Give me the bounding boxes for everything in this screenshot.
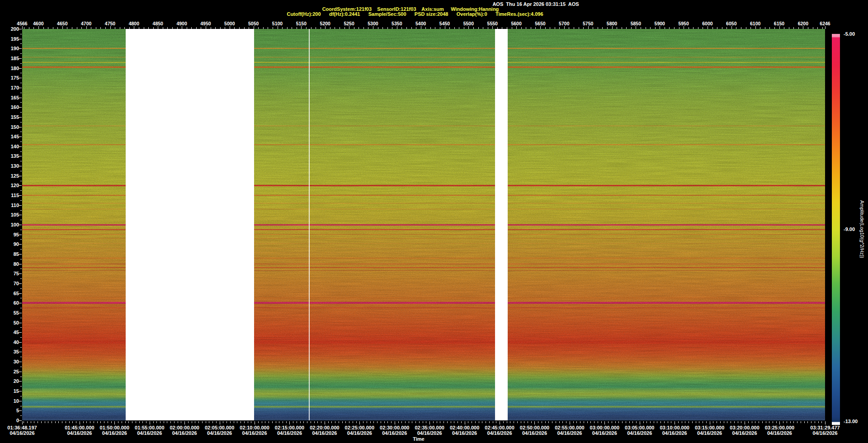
axis-minor-tick bbox=[415, 421, 416, 423]
axis-minor-tick bbox=[443, 421, 444, 423]
axis-minor-tick bbox=[741, 421, 741, 423]
axis-minor-tick bbox=[114, 421, 115, 423]
axis-tick bbox=[19, 254, 22, 254]
axis-minor-tick bbox=[20, 161, 22, 161]
axis-minor-tick bbox=[559, 421, 560, 423]
frequency-axis-tick-label: 60 bbox=[4, 300, 19, 306]
frequency-axis-tick-label: 75 bbox=[4, 271, 19, 276]
axis-tick bbox=[19, 283, 22, 284]
axis-minor-tick bbox=[787, 421, 787, 423]
axis-minor-tick bbox=[20, 406, 22, 406]
record-axis-tick-label: 5950 bbox=[678, 21, 689, 26]
axis-minor-tick bbox=[381, 421, 381, 423]
axis-minor-tick bbox=[328, 421, 329, 423]
date-label: 04/16/2026 bbox=[662, 430, 687, 436]
record-axis-tick-label: 5150 bbox=[296, 21, 307, 26]
axis-tick bbox=[19, 88, 22, 88]
axis-minor-tick bbox=[622, 421, 623, 423]
axis-minor-tick bbox=[510, 421, 510, 423]
axis-minor-tick bbox=[692, 421, 693, 423]
axis-tick bbox=[19, 352, 22, 352]
record-axis-tick-label: 4950 bbox=[200, 21, 211, 26]
record-axis-tick-label: 4700 bbox=[81, 21, 91, 26]
frequency-axis-tick-label: 200 bbox=[4, 26, 19, 32]
axis-tick bbox=[19, 303, 22, 303]
axis-minor-tick bbox=[262, 421, 262, 423]
time-tick-label: 03:10:00.000 bbox=[660, 425, 689, 430]
axis-minor-tick bbox=[206, 421, 206, 423]
axis-minor-tick bbox=[745, 421, 745, 423]
axis-minor-tick bbox=[793, 421, 794, 423]
axis-minor-tick bbox=[423, 421, 423, 423]
axis-minor-tick bbox=[373, 421, 374, 423]
axis-minor-tick bbox=[562, 421, 563, 423]
axis-minor-tick bbox=[433, 421, 434, 423]
axis-minor-tick bbox=[486, 421, 486, 423]
frequency-axis-tick-label: 120 bbox=[4, 183, 19, 188]
axis-minor-tick bbox=[632, 421, 633, 423]
frequency-axis-tick-label: 20 bbox=[4, 378, 19, 384]
frequency-axis-tick-label: 110 bbox=[4, 203, 19, 208]
axis-minor-tick bbox=[654, 421, 654, 423]
date-label: 04/16/2026 bbox=[347, 430, 372, 436]
axis-minor-tick bbox=[297, 421, 297, 423]
date-label: 04/16/2026 bbox=[67, 430, 92, 436]
time-tick-label: 03:00:00.000 bbox=[590, 425, 619, 430]
axis-minor-tick bbox=[493, 421, 493, 423]
axis-minor-tick bbox=[370, 421, 371, 423]
frequency-axis-tick-label: 65 bbox=[4, 291, 19, 296]
date-label: 04/16/2026 bbox=[312, 430, 337, 436]
axis-minor-tick bbox=[146, 421, 146, 423]
axis-minor-tick bbox=[507, 421, 507, 423]
time-tick-label: 02:20:00.000 bbox=[310, 425, 339, 430]
axis-minor-tick bbox=[440, 421, 440, 423]
axis-minor-tick bbox=[45, 421, 45, 423]
axis-minor-tick bbox=[538, 421, 538, 423]
axis-minor-tick bbox=[276, 421, 276, 423]
axis-minor-tick bbox=[283, 421, 283, 423]
time-tick-label: 02:40:00.000 bbox=[450, 425, 479, 430]
axis-minor-tick bbox=[779, 421, 780, 423]
record-axis-tick-label: 4566 bbox=[17, 21, 27, 26]
axis-minor-tick bbox=[209, 421, 209, 423]
time-tick-label: 02:55:00.000 bbox=[555, 425, 584, 430]
axis-minor-tick bbox=[776, 421, 777, 423]
frequency-axis-tick-label: 80 bbox=[4, 261, 19, 267]
frequency-axis-tick-label: 70 bbox=[4, 281, 19, 286]
axis-minor-tick bbox=[331, 421, 332, 423]
axis-minor-tick bbox=[20, 63, 22, 64]
time-tick-label: 02:10:00.000 bbox=[240, 425, 269, 430]
frequency-axis-tick-label: 140 bbox=[4, 144, 19, 149]
axis-minor-tick bbox=[104, 421, 104, 423]
axis-minor-tick bbox=[429, 421, 430, 423]
record-axis-tick-label: 5800 bbox=[607, 21, 617, 26]
time-tick-label: 02:50:00.000 bbox=[520, 425, 549, 430]
axis-tick bbox=[19, 117, 22, 118]
record-axis-tick-label: 6000 bbox=[702, 21, 712, 26]
date-label: 04/16/2026 bbox=[732, 430, 757, 436]
axis-tick bbox=[19, 313, 22, 313]
axis-minor-tick bbox=[248, 421, 248, 423]
axis-minor-tick bbox=[762, 421, 763, 423]
axis-minor-tick bbox=[387, 421, 388, 423]
time-tick-label: 03:20:00.000 bbox=[730, 425, 759, 430]
frequency-axis-tick-label: 10 bbox=[4, 398, 19, 404]
axis-tick bbox=[19, 235, 22, 235]
record-axis-tick-label: 5650 bbox=[535, 21, 545, 26]
axis-minor-tick bbox=[468, 421, 468, 423]
axis-minor-tick bbox=[317, 421, 318, 423]
axis-minor-tick bbox=[223, 421, 223, 423]
axis-minor-tick bbox=[395, 421, 395, 423]
axis-minor-tick bbox=[108, 421, 108, 423]
axis-minor-tick bbox=[83, 421, 84, 423]
axis-minor-tick bbox=[367, 421, 367, 423]
axis-minor-tick bbox=[192, 421, 192, 423]
axis-minor-tick bbox=[720, 421, 721, 423]
colorbar-tick-mid: -9.00 bbox=[844, 226, 855, 232]
axis-minor-tick bbox=[542, 421, 542, 423]
colorbar bbox=[832, 34, 840, 425]
axis-minor-tick bbox=[696, 421, 696, 423]
record-axis-tick-label: 5100 bbox=[272, 21, 283, 26]
frequency-axis-tick-label: 180 bbox=[4, 66, 19, 71]
axis-minor-tick bbox=[664, 421, 665, 423]
